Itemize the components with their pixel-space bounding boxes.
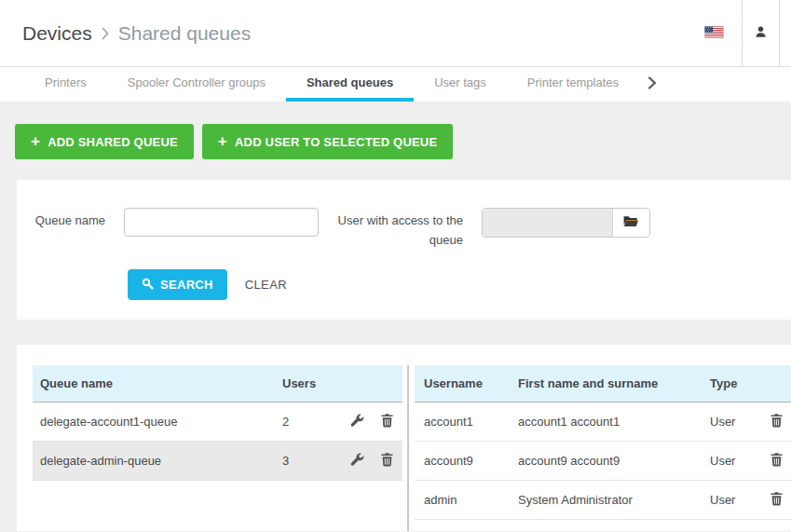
search-actions-row: SEARCH CLEAR: [128, 269, 791, 300]
username-cell: account1: [415, 415, 518, 429]
add-user-label: ADD USER TO SELECTED QUEUE: [235, 135, 437, 149]
remove-user-button[interactable]: [769, 490, 784, 511]
queue-name-column-header: Queue name: [33, 376, 282, 390]
tab-spooler-controller-groups[interactable]: Spooler Controller groups: [107, 67, 286, 102]
user-row[interactable]: account1 account1 account1 User: [415, 402, 791, 442]
app-header: Devices Shared queues: [0, 0, 791, 67]
user-access-input: [483, 209, 612, 237]
queue-users-cell: 3: [282, 454, 342, 468]
language-flag-button[interactable]: [686, 0, 742, 66]
queue-users-cell: 2: [282, 415, 342, 429]
plus-icon: +: [218, 133, 227, 149]
action-toolbar: + ADD SHARED QUEUE + ADD USER TO SELECTE…: [0, 124, 791, 159]
trash-icon: [381, 453, 393, 470]
tab-bar: Printers Spooler Controller groups Share…: [0, 67, 791, 102]
delete-queue-button[interactable]: [379, 412, 395, 432]
search-form-row: Queue name User with access to the queue: [17, 180, 791, 250]
user-row[interactable]: account9 account9 account9 User: [415, 442, 791, 481]
fullname-cell: account9 account9: [518, 454, 710, 468]
type-cell: User: [710, 493, 762, 507]
user-icon: [754, 25, 768, 42]
tab-shared-queues[interactable]: Shared queues: [286, 67, 414, 102]
queue-name-cell: delegate-admin-queue: [33, 454, 282, 468]
search-panel: Queue name User with access to the queue: [17, 180, 791, 320]
remove-user-button[interactable]: [769, 412, 784, 432]
search-icon: [142, 278, 154, 293]
queue-name-label: Queue name: [17, 208, 105, 250]
queues-table: Queue name Users delegate-account1-queue…: [33, 365, 402, 481]
chevron-right-icon: [648, 76, 656, 92]
tabs-overflow-button[interactable]: [639, 67, 665, 102]
add-user-to-selected-queue-button[interactable]: + ADD USER TO SELECTED QUEUE: [202, 124, 453, 159]
tab-printers[interactable]: Printers: [24, 67, 107, 102]
page-content: + ADD SHARED QUEUE + ADD USER TO SELECTE…: [0, 102, 791, 531]
clear-button[interactable]: CLEAR: [245, 278, 287, 292]
user-access-input-group: [482, 208, 650, 238]
queue-name-cell: delegate-account1-queue: [33, 415, 282, 429]
queue-name-input[interactable]: [124, 208, 319, 237]
us-flag-icon: [704, 26, 724, 41]
queue-row-selected[interactable]: delegate-admin-queue 3: [33, 442, 402, 481]
edit-queue-button[interactable]: [348, 451, 366, 471]
add-shared-queue-button[interactable]: + ADD SHARED QUEUE: [15, 124, 194, 159]
queues-table-header: Queue name Users: [33, 365, 402, 402]
username-cell: admin: [415, 493, 518, 507]
username-cell: account9: [415, 454, 518, 468]
user-row[interactable]: admin System Administrator User: [415, 481, 791, 520]
fullname-cell: System Administrator: [518, 493, 710, 507]
trash-icon: [771, 414, 783, 430]
username-column-header: Username: [415, 376, 518, 390]
remove-user-button[interactable]: [769, 451, 784, 471]
type-cell: User: [710, 454, 762, 468]
users-table: Username First name and surname Type acc…: [407, 365, 791, 531]
chevron-right-icon: [102, 27, 109, 40]
fullname-cell: account1 account1: [518, 415, 710, 429]
user-menu-button[interactable]: [742, 0, 780, 66]
trash-icon: [771, 492, 783, 509]
tab-printer-templates[interactable]: Printer templates: [507, 67, 639, 102]
browse-users-button[interactable]: [612, 209, 649, 237]
search-button-label: SEARCH: [160, 278, 213, 292]
queue-row[interactable]: delegate-account1-queue 2: [33, 402, 402, 442]
breadcrumb: Devices Shared queues: [0, 0, 686, 66]
trash-icon: [771, 453, 783, 470]
type-column-header: Type: [710, 376, 762, 390]
fullname-column-header: First name and surname: [518, 376, 710, 390]
user-access-label: User with access to the queue: [319, 208, 463, 250]
tab-user-tags[interactable]: User tags: [414, 67, 507, 102]
wrench-icon: [350, 453, 364, 470]
results-panel: Queue name Users delegate-account1-queue…: [17, 345, 791, 531]
breadcrumb-current-page: Shared queues: [118, 22, 251, 45]
header-spacer: [780, 0, 791, 66]
wrench-icon: [350, 414, 364, 430]
search-button[interactable]: SEARCH: [128, 269, 227, 300]
edit-queue-button[interactable]: [348, 412, 366, 432]
plus-icon: +: [31, 133, 40, 149]
trash-icon: [381, 414, 393, 430]
add-shared-queue-label: ADD SHARED QUEUE: [48, 135, 178, 149]
delete-queue-button[interactable]: [379, 451, 395, 471]
users-table-header: Username First name and surname Type: [415, 365, 791, 402]
users-column-header: Users: [282, 376, 342, 390]
folder-open-icon: [623, 215, 639, 230]
breadcrumb-devices[interactable]: Devices: [22, 22, 92, 45]
type-cell: User: [710, 415, 762, 429]
